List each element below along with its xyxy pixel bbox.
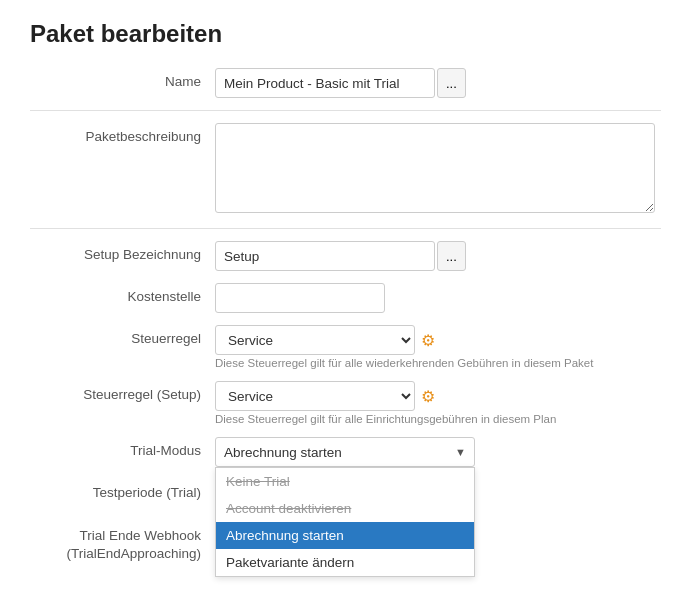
trial-option-account-deaktivieren[interactable]: Account deaktivieren (216, 495, 474, 522)
name-wrap: ... (215, 68, 661, 98)
chevron-down-icon: ▼ (455, 446, 466, 458)
trial-modus-row: Trial-Modus Abrechnung starten ▼ Keine T… (30, 437, 661, 467)
setup-bezeichnung-wrap: ... (215, 241, 661, 271)
steuerregel-select[interactable]: Service (215, 325, 415, 355)
steuerregel-label: Steuerregel (30, 325, 215, 346)
description-row: Paketbeschreibung (30, 123, 661, 216)
steuerregel-setup-select[interactable]: Service (215, 381, 415, 411)
trial-option-abrechnung-starten[interactable]: Abrechnung starten (216, 522, 474, 549)
page-title: Paket bearbeiten (30, 20, 661, 48)
name-row: Name ... (30, 68, 661, 98)
steuerregel-setup-hint: Diese Steuerregel gilt für alle Einricht… (215, 413, 661, 425)
trial-dropdown-container: Abrechnung starten ▼ Keine Trial Account… (215, 437, 475, 467)
name-label: Name (30, 68, 215, 89)
trial-option-keine-trial[interactable]: Keine Trial (216, 468, 474, 495)
setup-input[interactable] (215, 241, 435, 271)
steuerregel-setup-label: Steuerregel (Setup) (30, 381, 215, 402)
trial-selected-value: Abrechnung starten (224, 445, 342, 460)
kostenstelle-row: Kostenstelle (30, 283, 661, 313)
description-textarea[interactable] (215, 123, 655, 213)
steuerregel-wrap: Service ⚙ Diese Steuerregel gilt für all… (215, 325, 661, 369)
steuerregel-setup-row: Steuerregel (Setup) Service ⚙ Diese Steu… (30, 381, 661, 425)
kostenstelle-label: Kostenstelle (30, 283, 215, 304)
setup-bezeichnung-row: Setup Bezeichnung ... (30, 241, 661, 271)
kostenstelle-wrap (215, 283, 661, 313)
trial-end-webhook-label: Trial Ende Webhook (TrialEndApproaching) (30, 521, 215, 562)
kostenstelle-input[interactable] (215, 283, 385, 313)
steuerregel-setup-wrap: Service ⚙ Diese Steuerregel gilt für all… (215, 381, 661, 425)
description-label: Paketbeschreibung (30, 123, 215, 144)
name-ellipsis-button[interactable]: ... (437, 68, 466, 98)
steuerregel-row: Steuerregel Service ⚙ Diese Steuerregel … (30, 325, 661, 369)
setup-ellipsis-button[interactable]: ... (437, 241, 466, 271)
trial-option-paketvariante-aendern[interactable]: Paketvariante ändern (216, 549, 474, 576)
steuerregel-hint: Diese Steuerregel gilt für alle wiederke… (215, 357, 661, 369)
trial-modus-label: Trial-Modus (30, 437, 215, 458)
name-input[interactable] (215, 68, 435, 98)
trial-modus-wrap: Abrechnung starten ▼ Keine Trial Account… (215, 437, 661, 467)
trial-dropdown-list: Keine Trial Account deaktivieren Abrechn… (215, 467, 475, 577)
steuerregel-setup-gear-icon[interactable]: ⚙ (421, 387, 435, 406)
description-wrap (215, 123, 661, 216)
testperiode-label: Testperiode (Trial) (30, 479, 215, 500)
steuerregel-gear-icon[interactable]: ⚙ (421, 331, 435, 350)
trial-dropdown-trigger[interactable]: Abrechnung starten ▼ (215, 437, 475, 467)
setup-bezeichnung-label: Setup Bezeichnung (30, 241, 215, 262)
